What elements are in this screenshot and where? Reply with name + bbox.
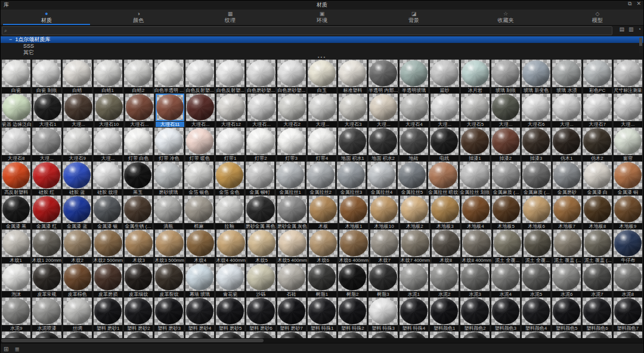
material-cell[interactable]: 白色反射塑... [216,59,244,93]
material-cell[interactable]: 高反射塑料 [2,161,30,195]
material-cell[interactable]: 灯带 暖色 [185,127,214,161]
material-cell[interactable]: 大理石6 [522,93,550,127]
tree-scrollbar[interactable] [639,38,642,53]
material-cell[interactable]: 半透明玻璃 [400,59,428,93]
material-cell[interactable]: 塑料 磨砂2 [124,297,153,331]
material-cell[interactable]: 木纹8 [432,229,460,263]
material-cell[interactable]: 金属麻质 (... [492,161,521,195]
material-cell[interactable]: 大理石... [247,93,276,127]
material-cell[interactable]: 金箔 金色 [215,161,244,195]
material-cell[interactable]: 幕墙 玻璃 [185,263,214,297]
material-cell[interactable] [277,331,306,338]
material-cell[interactable]: 大理石10 [95,93,123,127]
material-cell[interactable]: 仿木1 [552,127,581,161]
material-cell[interactable]: 金属生锈 (... [123,195,152,229]
material-cell[interactable]: 水泥喷漆 [32,297,61,331]
material-cell[interactable]: 大理... [64,93,92,127]
tree-item-SSS[interactable]: SSS [1,43,643,49]
material-cell[interactable]: 大理石2 [278,93,306,127]
material-cell[interactable]: 大理石5 [461,93,490,127]
tab-纹理[interactable]: ▦纹理 [184,10,276,25]
material-cell[interactable]: 泥土 覆盖 (... [584,229,612,263]
material-cell[interactable]: 白色半透明 ... [154,59,184,93]
material-cell[interactable] [185,331,214,338]
tab-收藏夹[interactable]: ☆收藏夹 [460,10,552,25]
material-cell[interactable]: 大理... [369,93,398,127]
material-cell[interactable]: 尺寸标注测量 [614,59,642,93]
material-cell[interactable]: 水泥2 [430,263,459,297]
material-cell[interactable]: 掉漆3 [522,127,550,161]
close-icon[interactable]: ✕ [636,1,641,7]
material-cell[interactable]: 皮革磨损 [94,263,122,297]
material-cell[interactable] [583,331,611,338]
material-cell[interactable]: 金属麻质 (... [522,161,551,195]
material-cell[interactable]: 金属漆 红 [32,195,61,229]
material-cell[interactable]: 硅胶 红 [32,161,61,195]
material-cell[interactable]: 塑料 磨砂1 [94,297,122,331]
material-cell[interactable]: 白瓷 [2,59,30,93]
material-cell[interactable]: 金属拉丝3 [337,161,366,195]
material-cell[interactable]: 水泥8 [614,263,642,297]
material-cell[interactable]: 金箔 银色 [184,161,213,195]
material-cell[interactable]: 白蜡1 [94,59,122,93]
material-cell[interactable]: 白色磨砂塑... [277,59,306,93]
material-cell[interactable]: 塑料 特殊2 [338,297,367,331]
material-cell[interactable]: 塑料 特殊1 [308,297,336,331]
material-cell[interactable]: 大理石7 [583,93,612,127]
material-cell[interactable]: 金属漆 铜 [614,161,642,195]
material-cell[interactable]: 玻璃 刮痕 [491,59,520,93]
material-cell[interactable]: 仿木2 [583,127,611,161]
material-cell[interactable]: 玻璃 水渍 [552,59,581,93]
material-cell[interactable] [400,331,428,338]
material-cell[interactable]: 标准塑料 [338,59,367,93]
material-cell[interactable]: 金属拉丝5 [398,161,426,195]
material-cell[interactable]: 木板 [309,195,338,229]
material-cell[interactable]: 掉漆1 [460,127,489,161]
material-cell[interactable]: 木地板9 [614,195,642,229]
material-cell[interactable]: 磨砂金属 黑色 [246,195,275,229]
material-cell[interactable]: 大理... [431,93,459,127]
material-cell[interactable]: 大理石8 [2,127,30,161]
material-cell[interactable]: 金属拉丝1 [276,161,305,195]
horizontal-scrollbar-thumb[interactable] [1,339,264,342]
tab-模型[interactable]: ◇模型 [552,10,643,25]
material-cell[interactable]: 地砖 [400,127,428,161]
material-cell[interactable]: 窗帘 [614,127,642,161]
new-folder-icon[interactable]: ▤ [620,26,625,32]
material-cell[interactable]: 树脂1 [308,263,336,297]
material-cell[interactable]: 塑料颜色7 [614,297,642,331]
material-cell[interactable]: 树脂2 [338,263,367,297]
material-cell[interactable]: 白色反射塑... [185,59,214,93]
material-cell[interactable]: 金属拉丝 暗纹 [428,161,458,195]
material-cell[interactable]: 大理石1 [33,93,62,127]
import-folder-icon[interactable]: ▥ [628,26,634,32]
material-cell[interactable]: 灯带 冷色 [154,127,183,161]
settings-icon[interactable]: ◔ [638,26,641,32]
material-cell[interactable]: 玻璃 新变色 [522,59,550,93]
material-cell[interactable] [338,331,367,338]
material-cell[interactable]: 泥土 覆盖 (... [553,229,582,263]
material-cell[interactable]: 白色磨砂塑... [246,59,275,93]
material-cell[interactable]: 青花瓷 [216,263,244,297]
material-cell[interactable] [614,331,642,338]
material-cell[interactable]: 磨砂玻璃 [154,161,182,195]
material-cell[interactable]: 灯带1 [216,127,244,161]
material-cell[interactable]: 水泥1 [400,263,428,297]
material-cell[interactable] [32,331,61,338]
material-cell[interactable]: 木纹8 400mm [462,229,491,263]
search-input[interactable]: ⌕ [2,26,612,35]
material-cell[interactable]: 地面 积水2 [369,127,397,161]
material-cell[interactable]: 木纹2 500mm [94,229,123,263]
material-cell[interactable]: 白玉 [308,59,336,93]
material-cell[interactable]: 大理石... [186,93,215,127]
material-cell[interactable]: 瓷器 边缘泛白 [2,93,32,127]
grid-view-icon[interactable]: ⊞ [4,346,8,352]
material-cell[interactable]: 金属 铆钉 [246,161,274,195]
material-cell[interactable]: 金属漆 白 [583,161,612,195]
material-cell[interactable]: 棉麻 [184,195,213,229]
material-cell[interactable]: 木地板1 [339,195,368,229]
material-cell[interactable]: 石砖 [277,263,306,297]
material-cell[interactable]: 黑玉 [123,161,152,195]
tree-root-selected[interactable]: − 1点尔颂材质库 [1,36,643,43]
material-cell[interactable]: 木地板2 [400,195,429,229]
